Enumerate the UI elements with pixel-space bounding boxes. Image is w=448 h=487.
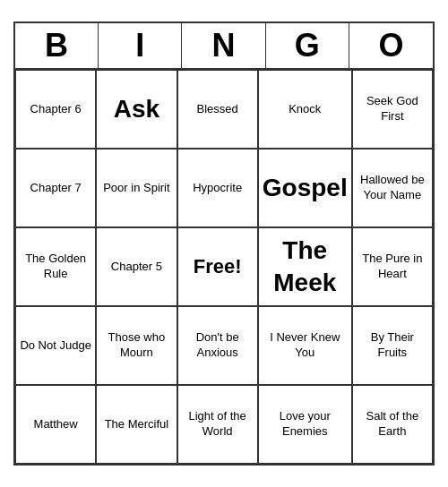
bingo-cell-20[interactable]: Matthew xyxy=(15,385,96,464)
bingo-cell-14[interactable]: The Pure in Heart xyxy=(352,227,433,306)
bingo-cell-4[interactable]: Seek God First xyxy=(352,70,433,149)
bingo-grid: Chapter 6AskBlessedKnockSeek God FirstCh… xyxy=(15,70,433,464)
bingo-cell-15[interactable]: Do Not Judge xyxy=(15,306,96,385)
bingo-cell-9[interactable]: Hallowed be Your Name xyxy=(352,149,433,227)
bingo-cell-7[interactable]: Hypocrite xyxy=(177,149,258,227)
bingo-card: BINGO Chapter 6AskBlessedKnockSeek God F… xyxy=(13,21,435,466)
bingo-cell-18[interactable]: I Never Knew You xyxy=(258,306,352,385)
bingo-cell-3[interactable]: Knock xyxy=(258,70,352,149)
bingo-cell-23[interactable]: Love your Enemies xyxy=(258,385,352,464)
bingo-header: BINGO xyxy=(15,23,433,70)
bingo-cell-16[interactable]: Those who Mourn xyxy=(96,306,177,385)
header-letter-I: I xyxy=(99,23,182,68)
bingo-cell-6[interactable]: Poor in Spirit xyxy=(96,149,177,227)
bingo-cell-24[interactable]: Salt of the Earth xyxy=(352,385,433,464)
bingo-cell-11[interactable]: Chapter 5 xyxy=(96,227,177,306)
bingo-cell-8[interactable]: Gospel xyxy=(258,149,352,227)
bingo-cell-13[interactable]: The Meek xyxy=(258,227,352,306)
bingo-cell-0[interactable]: Chapter 6 xyxy=(15,70,96,149)
bingo-cell-22[interactable]: Light of the World xyxy=(177,385,258,464)
bingo-cell-17[interactable]: Don't be Anxious xyxy=(177,306,258,385)
header-letter-G: G xyxy=(266,23,349,68)
bingo-cell-1[interactable]: Ask xyxy=(96,70,177,149)
header-letter-B: B xyxy=(15,23,99,68)
bingo-cell-21[interactable]: The Merciful xyxy=(96,385,177,464)
bingo-cell-12[interactable]: Free! xyxy=(177,227,258,306)
header-letter-N: N xyxy=(182,23,265,68)
bingo-cell-5[interactable]: Chapter 7 xyxy=(15,149,96,227)
header-letter-O: O xyxy=(349,23,433,68)
bingo-cell-19[interactable]: By Their Fruits xyxy=(352,306,433,385)
bingo-cell-2[interactable]: Blessed xyxy=(177,70,258,149)
bingo-cell-10[interactable]: The Golden Rule xyxy=(15,227,96,306)
